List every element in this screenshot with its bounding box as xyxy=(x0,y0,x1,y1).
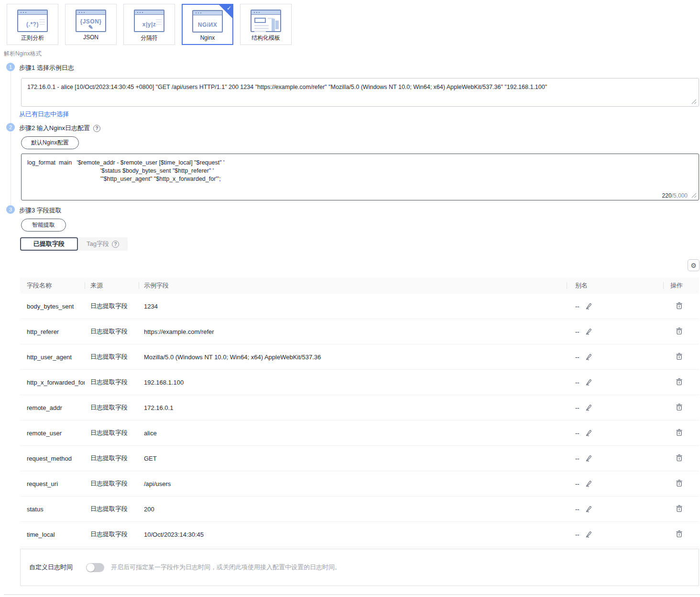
alias-cell: -- xyxy=(567,378,663,387)
format-card-label: 正则分析 xyxy=(21,34,44,42)
nginx-config-input[interactable]: log_format main '$remote_addr - $remote_… xyxy=(21,154,699,200)
field-name-cell: http_referer xyxy=(20,328,85,335)
delete-row-button[interactable] xyxy=(675,301,683,310)
delete-row-button[interactable] xyxy=(675,403,683,411)
source-cell: 日志提取字段 xyxy=(85,505,139,513)
edit-alias-button[interactable] xyxy=(584,302,593,310)
bottom-divider xyxy=(4,594,700,595)
step-connector xyxy=(11,72,11,123)
table-row: body_bytes_sent 日志提取字段 1234 -- xyxy=(20,294,699,319)
gear-icon: ⚙ xyxy=(690,262,697,269)
sample-cell: /api/users xyxy=(139,480,567,487)
format-card-json[interactable]: {JSON} ✎ JSON xyxy=(65,4,117,45)
field-name-cell: http_user_agent xyxy=(20,354,85,361)
alias-cell: -- xyxy=(567,353,663,361)
source-cell: 日志提取字段 xyxy=(85,454,139,463)
source-cell: 日志提取字段 xyxy=(85,403,139,412)
actions-cell xyxy=(663,352,699,362)
structured-template-icon xyxy=(251,10,281,32)
table-row: http_user_agent 日志提取字段 Mozilla/5.0 (Wind… xyxy=(20,344,699,370)
alias-value: -- xyxy=(575,379,580,386)
smart-extract-button[interactable]: 智能提取 xyxy=(21,219,66,232)
alias-value: -- xyxy=(575,354,580,361)
edit-alias-button[interactable] xyxy=(584,479,593,488)
actions-cell xyxy=(663,327,699,336)
format-card-label: 结构化模板 xyxy=(252,34,280,42)
field-name-cell: request_method xyxy=(20,455,85,462)
select-from-existing-logs-link[interactable]: 从已有日志中选择 xyxy=(19,110,69,119)
custom-log-time-toggle[interactable] xyxy=(86,563,104,572)
alias-value: -- xyxy=(575,430,580,437)
actions-cell xyxy=(663,428,699,438)
custom-log-time-label: 自定义日志时间 xyxy=(29,563,73,572)
checkmark-icon: ✓ xyxy=(227,5,231,11)
sample-cell: 172.16.0.1 xyxy=(139,404,567,411)
delete-row-button[interactable] xyxy=(675,479,683,487)
sample-cell: 200 xyxy=(139,506,567,513)
actions-cell xyxy=(663,504,699,514)
default-nginx-config-button[interactable]: 默认Nginx配置 xyxy=(21,136,79,149)
field-name-cell: remote_addr xyxy=(20,404,85,411)
step1-number: 1 xyxy=(6,63,15,71)
custom-log-time-section: 自定义日志时间 开启后可指定某一字段作为日志时间，或关闭此项使用接入配置中设置的… xyxy=(20,549,699,586)
source-cell: 日志提取字段 xyxy=(85,378,139,387)
alias-cell: -- xyxy=(567,403,663,412)
sample-cell: 1234 xyxy=(139,303,567,310)
help-icon: ? xyxy=(112,241,119,248)
alias-cell: -- xyxy=(567,505,663,513)
delete-row-button[interactable] xyxy=(675,428,683,437)
actions-cell xyxy=(663,403,699,412)
edit-alias-button[interactable] xyxy=(584,327,593,336)
nginx-config-area: log_format main '$remote_addr - $remote_… xyxy=(21,154,699,200)
edit-alias-button[interactable] xyxy=(584,505,593,513)
delete-row-button[interactable] xyxy=(675,530,683,538)
table-row: request_uri 日志提取字段 /api/users -- xyxy=(20,471,699,497)
actions-cell xyxy=(663,377,699,387)
help-icon[interactable]: ? xyxy=(93,125,100,132)
delete-row-button[interactable] xyxy=(675,377,683,386)
source-cell: 日志提取字段 xyxy=(85,327,139,336)
edit-alias-button[interactable] xyxy=(584,403,593,412)
table-row: http_x_forwarded_for 日志提取字段 192.168.1.10… xyxy=(20,370,699,395)
edit-alias-button[interactable] xyxy=(584,429,593,437)
delete-row-button[interactable] xyxy=(675,327,683,335)
sample-log-input[interactable]: 172.16.0.1 - alice [10/Oct/2023:14:30:45… xyxy=(21,78,699,107)
alias-value: -- xyxy=(575,455,580,462)
sample-log-area: 172.16.0.1 - alice [10/Oct/2023:14:30:45… xyxy=(21,78,699,107)
source-cell: 日志提取字段 xyxy=(85,302,139,310)
field-tabs: 已提取字段 Tag字段 ? xyxy=(20,237,128,251)
edit-alias-button[interactable] xyxy=(584,454,593,463)
alias-cell: -- xyxy=(567,530,663,539)
format-card-list: (.*?) 正则分析 {JSON} ✎ JSON x|y|z 分隔符 ✓ NGi… xyxy=(7,4,292,45)
toggle-knob xyxy=(87,564,95,572)
delete-row-button[interactable] xyxy=(675,352,683,361)
table-row: status 日志提取字段 200 -- xyxy=(20,497,699,522)
actions-cell xyxy=(663,453,699,463)
json-icon: {JSON} ✎ xyxy=(76,10,106,32)
format-card-delimiter[interactable]: x|y|z 分隔符 xyxy=(123,4,175,45)
sample-cell: https://example.com/refer xyxy=(139,328,567,335)
nginx-icon: NGiИX xyxy=(192,10,223,33)
step3-number: 3 xyxy=(6,205,15,214)
edit-alias-button[interactable] xyxy=(584,378,593,387)
format-card-nginx[interactable]: ✓ NGiИX Nginx xyxy=(182,4,233,45)
tab-extracted-fields[interactable]: 已提取字段 xyxy=(20,237,78,251)
field-name-cell: body_bytes_sent xyxy=(20,303,85,310)
col-actions: 操作 xyxy=(663,281,699,290)
edit-alias-button[interactable] xyxy=(584,530,593,539)
format-card-label: Nginx xyxy=(200,34,215,41)
table-settings-button[interactable]: ⚙ xyxy=(688,259,700,271)
delete-row-button[interactable] xyxy=(675,453,683,462)
step-connector xyxy=(11,132,11,205)
edit-alias-button[interactable] xyxy=(584,353,593,361)
custom-log-time-description: 开启后可指定某一字段作为日志时间，或关闭此项使用接入配置中设置的日志时间。 xyxy=(111,563,341,572)
col-alias: 别名 xyxy=(567,281,663,290)
table-row: http_referer 日志提取字段 https://example.com/… xyxy=(20,319,699,344)
table-row: remote_addr 日志提取字段 172.16.0.1 -- xyxy=(20,395,699,420)
tab-tag-fields[interactable]: Tag字段 ? xyxy=(78,237,128,251)
sample-cell: alice xyxy=(139,430,567,437)
step2-title: 步骤2 输入Nginx日志配置 ? xyxy=(19,124,100,133)
delete-row-button[interactable] xyxy=(675,504,683,513)
format-card-regex[interactable]: (.*?) 正则分析 xyxy=(7,4,58,45)
format-card-template[interactable]: 结构化模板 xyxy=(240,4,292,45)
